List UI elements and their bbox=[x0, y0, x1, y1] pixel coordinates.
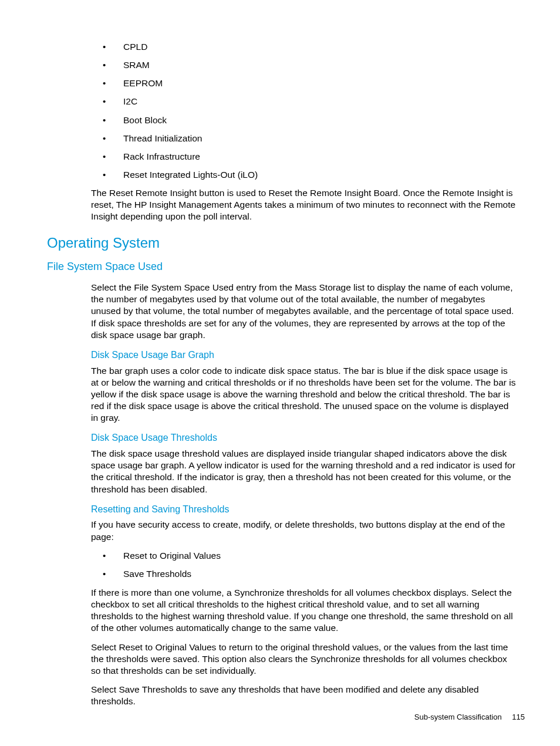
list-item: CPLD bbox=[103, 41, 517, 53]
paragraph: The disk space usage threshold values ar… bbox=[91, 448, 517, 495]
heading-disk-space-usage-bar-graph: Disk Space Usage Bar Graph bbox=[91, 349, 517, 362]
paragraph: The bar graph uses a color code to indic… bbox=[91, 365, 517, 424]
heading-file-system-space-used: File System Space Used bbox=[47, 260, 517, 274]
list-item: EEPROM bbox=[103, 77, 517, 89]
list-item: Reset to Original Values bbox=[103, 550, 517, 562]
heading-disk-space-usage-thresholds: Disk Space Usage Thresholds bbox=[91, 432, 517, 444]
list-item: SRAM bbox=[103, 59, 517, 71]
heading-operating-system: Operating System bbox=[47, 234, 517, 252]
list-item: Rack Infrastructure bbox=[103, 151, 517, 163]
list-item: Thread Initialization bbox=[103, 133, 517, 144]
heading-resetting-saving-thresholds: Resetting and Saving Thresholds bbox=[91, 504, 517, 516]
page-content: CPLD SRAM EEPROM I2C Boot Block Thread I… bbox=[47, 41, 517, 707]
paragraph: Select Reset to Original Values to retur… bbox=[91, 642, 517, 677]
threshold-buttons-list: Reset to Original Values Save Thresholds bbox=[47, 550, 517, 580]
page-footer: Sub-system Classification 115 bbox=[414, 713, 525, 723]
paragraph: Select Save Thresholds to save any thres… bbox=[91, 684, 517, 707]
paragraph: The Reset Remote Insight button is used … bbox=[91, 187, 517, 222]
list-item: Save Thresholds bbox=[103, 568, 517, 580]
list-item: Reset Integrated Lights-Out (iLO) bbox=[103, 169, 517, 181]
list-item: Boot Block bbox=[103, 114, 517, 126]
paragraph: If you have security access to create, m… bbox=[91, 519, 517, 542]
paragraph: Select the File System Space Used entry … bbox=[91, 282, 517, 341]
paragraph: If there is more than one volume, a Sync… bbox=[91, 587, 517, 634]
page-number: 115 bbox=[512, 713, 525, 721]
footer-section-label: Sub-system Classification bbox=[414, 713, 502, 721]
component-list: CPLD SRAM EEPROM I2C Boot Block Thread I… bbox=[47, 41, 517, 181]
list-item: I2C bbox=[103, 96, 517, 107]
